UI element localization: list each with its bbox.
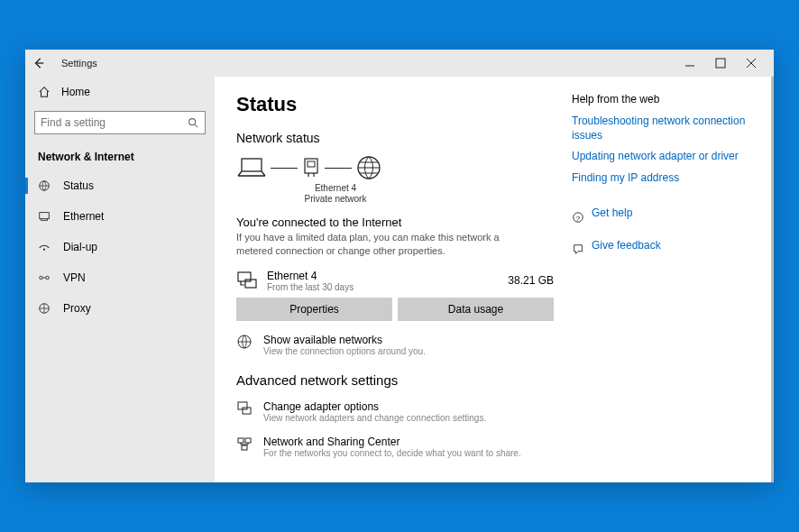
- data-usage-button[interactable]: Data usage: [398, 298, 554, 321]
- scrollbar[interactable]: [771, 77, 774, 482]
- status-icon: [38, 179, 52, 192]
- diagram-profile: Private network: [299, 194, 372, 205]
- nav-item-proxy[interactable]: Proxy: [25, 293, 215, 324]
- adapter-sub: From the last 30 days: [267, 282, 499, 292]
- nav-label: Dial-up: [63, 241, 97, 253]
- maximize-button[interactable]: [705, 57, 736, 69]
- svg-rect-0: [716, 59, 725, 68]
- properties-button[interactable]: Properties: [236, 298, 392, 321]
- minimize-button[interactable]: [675, 57, 705, 69]
- close-icon: [745, 57, 758, 69]
- adapter-usage: 38.21 GB: [508, 274, 554, 287]
- adapter-name: Ethernet 4: [267, 270, 499, 282]
- svg-rect-3: [40, 213, 50, 219]
- help-heading: Help from the web: [572, 93, 752, 105]
- nav-label: Proxy: [63, 302, 91, 315]
- back-button[interactable]: [32, 57, 51, 69]
- proxy-icon: [38, 302, 52, 315]
- svg-text:?: ?: [576, 215, 581, 223]
- nav-label: Status: [63, 179, 94, 192]
- home-icon: [38, 86, 52, 98]
- adapter-row: Ethernet 4 From the last 30 days 38.21 G…: [236, 270, 554, 292]
- adapter-options-desc: View network adapters and change connect…: [263, 413, 486, 423]
- sharing-center-title: Network and Sharing Center: [263, 436, 521, 448]
- connected-desc: If you have a limited data plan, you can…: [236, 231, 507, 259]
- get-help-label: Get help: [592, 206, 632, 221]
- feedback-label: Give feedback: [592, 239, 661, 253]
- show-networks-desc: View the connection options around you.: [263, 346, 426, 356]
- svg-rect-17: [238, 438, 243, 443]
- nav-item-vpn[interactable]: VPN: [25, 262, 215, 293]
- ethernet-icon: [38, 210, 52, 223]
- search-box[interactable]: [34, 111, 206, 134]
- content-area: Status Network status: [215, 77, 774, 482]
- advanced-heading: Advanced network settings: [236, 372, 554, 388]
- maximize-icon: [714, 57, 727, 69]
- diagram-adapter-name: Ethernet 4: [299, 183, 372, 194]
- svg-rect-19: [242, 445, 247, 450]
- get-help-link[interactable]: ? Get help: [572, 206, 752, 228]
- help-link-troubleshoot[interactable]: Troubleshooting network connection issue…: [572, 115, 752, 142]
- page-title: Status: [236, 93, 554, 116]
- help-link-find-ip[interactable]: Finding my IP address: [572, 171, 752, 186]
- svg-rect-18: [245, 438, 251, 443]
- globe-icon: [355, 154, 382, 181]
- vpn-icon: [38, 271, 52, 284]
- search-icon: [187, 116, 199, 129]
- show-networks-title: Show available networks: [263, 334, 426, 346]
- dialup-icon: [38, 241, 52, 253]
- help-icon: ?: [572, 211, 584, 224]
- svg-rect-10: [308, 161, 315, 167]
- network-status-heading: Network status: [236, 131, 554, 145]
- nic-icon: [301, 156, 321, 179]
- adapter-options-title: Change adapter options: [263, 400, 486, 413]
- main-panel: Status Network status: [236, 93, 554, 466]
- settings-window: Settings Home Network &: [25, 50, 774, 482]
- globe-small-icon: [236, 334, 253, 356]
- adapter-options-icon: [236, 400, 253, 423]
- nav-label: Ethernet: [63, 210, 104, 223]
- sharing-center-desc: For the networks you connect to, decide …: [263, 448, 521, 458]
- close-button[interactable]: [736, 57, 767, 69]
- back-arrow-icon: [32, 57, 45, 69]
- nav-label: VPN: [63, 271, 86, 284]
- search-input[interactable]: [41, 116, 187, 129]
- svg-point-1: [189, 119, 196, 125]
- adapter-icon: [236, 270, 258, 291]
- svg-point-4: [43, 249, 45, 251]
- adapter-options[interactable]: Change adapter options View network adap…: [236, 400, 554, 423]
- nav-item-ethernet[interactable]: Ethernet: [25, 201, 215, 232]
- nav-item-status[interactable]: Status: [25, 170, 215, 201]
- sharing-center[interactable]: Network and Sharing Center For the netwo…: [236, 436, 554, 458]
- show-networks-option[interactable]: Show available networks View the connect…: [236, 334, 554, 356]
- feedback-icon: [572, 243, 584, 256]
- app-name: Settings: [61, 58, 97, 69]
- help-panel: Help from the web Troubleshooting networ…: [572, 93, 752, 466]
- minimize-icon: [684, 57, 696, 69]
- svg-point-5: [40, 276, 43, 280]
- home-label: Home: [61, 86, 90, 98]
- connected-title: You're connected to the Internet: [236, 216, 554, 229]
- svg-point-6: [46, 276, 50, 280]
- laptop-icon: [236, 156, 267, 179]
- help-link-update-adapter[interactable]: Updating network adapter or driver: [572, 150, 752, 164]
- nav-item-dialup[interactable]: Dial-up: [25, 232, 215, 262]
- home-link[interactable]: Home: [25, 77, 215, 107]
- sharing-center-icon: [236, 436, 253, 458]
- feedback-link[interactable]: Give feedback: [572, 239, 752, 261]
- network-diagram: [236, 154, 554, 181]
- svg-rect-8: [242, 159, 262, 171]
- section-title: Network & Internet: [25, 143, 215, 170]
- sidebar: Home Network & Internet Status Ethernet: [25, 77, 215, 482]
- titlebar: Settings: [25, 50, 774, 77]
- svg-rect-9: [305, 159, 317, 173]
